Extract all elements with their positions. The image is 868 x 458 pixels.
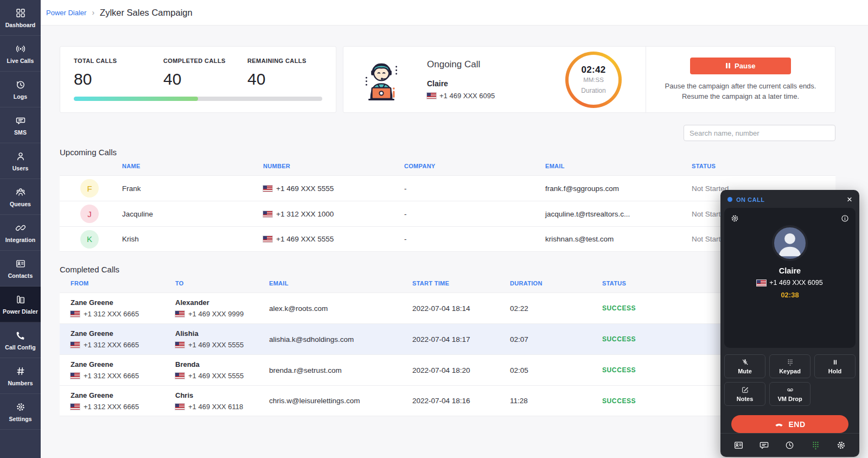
- sidebar-item-call-config[interactable]: Call Config: [0, 322, 41, 358]
- from-cell: Zane Greene +1 312 XXX 6665: [71, 329, 175, 349]
- call-duration: 02:07: [510, 335, 602, 344]
- contact-card-icon[interactable]: [733, 440, 744, 450]
- sidebar-label: Integration: [5, 237, 35, 243]
- completed-call-row[interactable]: Zane Greene +1 312 XXX 6665 Alishia +1 4…: [60, 323, 835, 354]
- us-flag-icon: [71, 404, 80, 410]
- column-header-name: NAME: [122, 163, 263, 169]
- upcoming-call-row[interactable]: F Frank +1 469 XXX 5555 - frank.f@sggrou…: [60, 175, 835, 201]
- dialpad-icon[interactable]: [810, 440, 821, 450]
- sidebar-item-integration[interactable]: Integration: [0, 215, 41, 251]
- sidebar-item-numbers[interactable]: Numbers: [0, 358, 41, 394]
- contact-company: -: [404, 210, 545, 218]
- us-flag-icon: [175, 404, 184, 410]
- chat-icon[interactable]: [759, 440, 769, 450]
- voicemail-icon: [786, 386, 794, 394]
- sidebar-item-queues[interactable]: Queues: [0, 179, 41, 215]
- sidebar-item-live-calls[interactable]: Live Calls: [0, 36, 41, 72]
- history-clock-icon[interactable]: [784, 440, 795, 450]
- keypad-button[interactable]: Keypad: [769, 354, 810, 378]
- from-number: +1 312 XXX 6665: [71, 372, 175, 380]
- call-controls-row: Mute Keypad Hold: [724, 354, 856, 378]
- contacts-card-icon: [15, 258, 26, 269]
- sidebar-label: Queues: [10, 201, 31, 207]
- topbar: Power Dialer › Zylker Sales Campaign: [41, 0, 868, 26]
- summary-cards-row: TOTAL CALLS 80 COMPLETED CALLS 40 REMAIN…: [60, 46, 835, 113]
- stat-value: 80: [74, 70, 163, 88]
- from-name: Zane Greene: [71, 360, 175, 368]
- breadcrumb-power-dialer-link[interactable]: Power Dialer: [46, 9, 86, 17]
- sidebar-label: Contacts: [8, 272, 33, 279]
- notes-button[interactable]: Notes: [724, 382, 765, 406]
- upcoming-call-row[interactable]: J Jacquline +1 312 XXX 1000 - jacquline.…: [60, 201, 835, 226]
- page-title: Zylker Sales Campaign: [100, 8, 193, 18]
- campaign-progress-fill: [74, 97, 198, 101]
- dashboard-icon: [15, 8, 26, 18]
- sidebar-label: Numbers: [8, 380, 33, 386]
- to-name: Alishia: [175, 329, 269, 338]
- settings-gear-icon[interactable]: [836, 440, 846, 450]
- sidebar-item-users[interactable]: Users: [0, 143, 41, 179]
- us-flag-icon: [263, 236, 272, 242]
- call-controls-row: Notes VM Drop: [724, 382, 856, 406]
- settings-gear-icon: [15, 402, 26, 412]
- avatar-cell: J: [60, 205, 122, 223]
- to-cell: Chris +1 469 XXX 6118: [175, 391, 269, 411]
- call-email: brenda.r@setrust.com: [269, 366, 412, 374]
- from-name: Zane Greene: [71, 298, 175, 307]
- sidebar-item-logs[interactable]: Logs: [0, 72, 41, 107]
- stat-total-calls: TOTAL CALLS 80: [74, 58, 163, 88]
- call-duration: 11:28: [510, 397, 602, 405]
- pause-campaign-button[interactable]: Pause: [690, 58, 791, 74]
- search-input[interactable]: [684, 125, 835, 141]
- column-header-duration: DURATION: [510, 280, 602, 287]
- info-icon[interactable]: [840, 214, 850, 223]
- contact-name: Frank: [122, 185, 263, 193]
- sidebar: Dashboard Live Calls Logs SMS Users: [0, 0, 41, 458]
- logs-history-icon: [15, 79, 26, 90]
- from-cell: Zane Greene +1 312 XXX 6665: [71, 391, 175, 411]
- sidebar-item-settings[interactable]: Settings: [0, 394, 41, 430]
- ongoing-call-number: +1 469 XXX 6095: [427, 92, 495, 100]
- sidebar-item-sms[interactable]: SMS: [0, 107, 41, 143]
- contact-number: +1 469 XXX 5555: [263, 235, 404, 243]
- stat-label: COMPLETED CALLS: [163, 58, 247, 64]
- avatar: F: [80, 179, 99, 198]
- contact-company: -: [404, 185, 545, 193]
- call-controls: Mute Keypad Hold Notes VM Drop: [720, 348, 859, 406]
- vm-drop-button[interactable]: VM Drop: [769, 382, 810, 406]
- call-widget-panel: Claire +1 469 XXX 6095 02:38: [724, 208, 856, 348]
- us-flag-icon: [71, 311, 80, 317]
- pause-panel: Pause Pause the campaign after the curre…: [646, 47, 835, 112]
- contact-email: krishnan.s@test.com: [545, 235, 692, 243]
- keypad-icon: [786, 358, 794, 366]
- completed-call-row[interactable]: Zane Greene +1 312 XXX 6665 Chris +1 469…: [60, 385, 835, 416]
- us-flag-icon: [71, 373, 80, 379]
- close-icon[interactable]: ×: [847, 195, 852, 204]
- contact-name: Jacquline: [122, 210, 263, 218]
- integration-link-icon: [15, 222, 26, 233]
- completed-call-row[interactable]: Zane Greene +1 312 XXX 6665 Alexander +1…: [60, 292, 835, 323]
- end-call-button[interactable]: END: [731, 415, 848, 433]
- sidebar-item-dashboard[interactable]: Dashboard: [0, 0, 41, 36]
- app-root: Dashboard Live Calls Logs SMS Users: [0, 0, 868, 458]
- to-name: Alexander: [175, 298, 269, 307]
- completed-call-row[interactable]: Zane Greene +1 312 XXX 6665 Brenda +1 46…: [60, 354, 835, 385]
- from-number: +1 312 XXX 6665: [71, 403, 175, 411]
- sidebar-item-power-dialer[interactable]: Power Dialer: [0, 287, 41, 322]
- call-start-time: 2022-07-04 18:20: [412, 366, 510, 374]
- contact-company: -: [404, 235, 545, 243]
- call-timer: 02:38: [781, 291, 799, 299]
- column-header-status: STATUS: [692, 163, 835, 169]
- upcoming-call-row[interactable]: K Krish +1 469 XXX 5555 - krishnan.s@tes…: [60, 226, 835, 252]
- sms-chat-icon: [15, 115, 26, 126]
- hold-button[interactable]: Hold: [814, 354, 856, 378]
- call-agent-illustration: [356, 54, 406, 106]
- phone-number: +1 469 XXX 6095: [439, 92, 495, 100]
- end-call-label: END: [788, 420, 805, 429]
- caller-avatar: [772, 225, 808, 261]
- ongoing-call-name: Claire: [427, 79, 495, 88]
- mute-button[interactable]: Mute: [724, 354, 765, 378]
- sidebar-item-contacts[interactable]: Contacts: [0, 251, 41, 287]
- us-flag-icon: [175, 373, 184, 379]
- widget-settings-gear-icon[interactable]: [730, 214, 739, 223]
